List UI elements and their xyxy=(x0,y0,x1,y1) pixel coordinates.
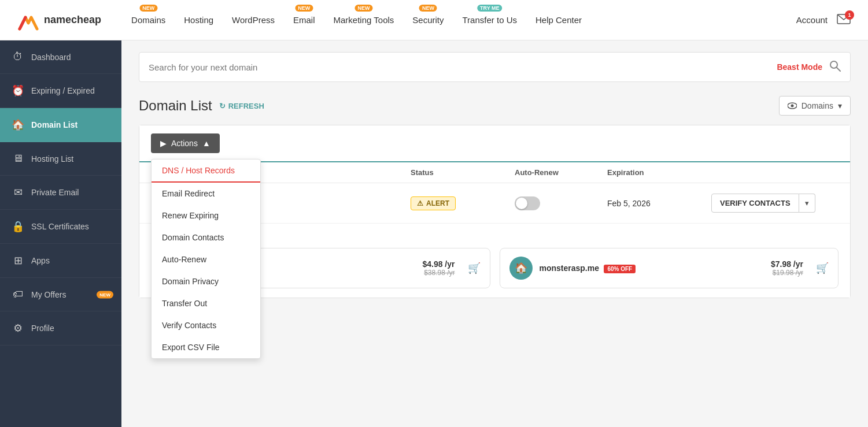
top-nav: namecheap NEW Domains Hosting WordPress … xyxy=(0,0,868,40)
nav-badge-domains: NEW xyxy=(139,5,157,12)
nav-transfer[interactable]: TRY ME Transfer to Us xyxy=(463,13,517,27)
alert-badge: ⚠ ALERT xyxy=(411,196,456,210)
search-icon xyxy=(829,60,841,72)
promo-name-monsterasp: monsterasp.me 60% OFF xyxy=(540,263,636,273)
nav-marketing[interactable]: NEW Marketing Tools xyxy=(334,13,394,27)
cart-button-weebly[interactable]: 🛒 xyxy=(468,262,481,274)
svg-point-2 xyxy=(830,61,837,68)
verify-contacts-button[interactable]: VERIFY CONTACTS xyxy=(711,194,799,213)
main-content: Beast Mode Domain List ↻ REFRESH xyxy=(121,40,868,427)
sidebar-item-hosting-list[interactable]: 🖥 Hosting List xyxy=(0,142,121,176)
sidebar-item-apps[interactable]: ⊞ Apps xyxy=(0,244,121,278)
verify-contacts-dropdown[interactable]: ▾ xyxy=(799,194,815,213)
nav-right: Account 1 xyxy=(796,14,851,27)
eye-icon xyxy=(788,102,797,109)
status-cell: ⚠ ALERT xyxy=(411,196,515,210)
domains-filter-button[interactable]: Domains ▾ xyxy=(779,96,851,116)
col-actions xyxy=(711,162,839,183)
logo[interactable]: namecheap xyxy=(17,9,101,31)
sidebar-item-dashboard[interactable]: ⏱ Dashboard xyxy=(0,40,121,74)
refresh-button[interactable]: ↻ REFRESH xyxy=(219,102,264,110)
domain-list-icon: 🏠 xyxy=(12,118,24,131)
warning-icon: ⚠ xyxy=(417,199,423,207)
promo-badge-monsterasp: 60% OFF xyxy=(604,265,636,273)
sidebar-item-my-offers[interactable]: 🏷 My Offers NEW xyxy=(0,278,121,311)
dropdown-renew-expiring[interactable]: Renew Expiring xyxy=(152,205,260,227)
offers-icon: 🏷 xyxy=(12,288,24,300)
logo-icon xyxy=(17,9,39,31)
nav-account[interactable]: Account xyxy=(796,15,828,25)
sidebar-item-domain-list[interactable]: 🏠 Domain List xyxy=(0,108,121,142)
actions-wrapper: ▶ Actions ▲ DNS / Host Records Email Red… xyxy=(151,133,220,153)
expiry-cell: Feb 5, 2026 xyxy=(607,198,711,209)
actions-dropdown: DNS / Host Records Email Redirect Renew … xyxy=(151,159,261,359)
play-icon: ▶ xyxy=(160,139,167,148)
beast-mode-label[interactable]: Beast Mode xyxy=(777,62,822,72)
search-input[interactable] xyxy=(149,62,777,72)
nav-email[interactable]: NEW Email xyxy=(293,13,315,27)
offers-badge: NEW xyxy=(97,291,113,298)
profile-icon: ⚙ xyxy=(12,322,24,335)
dropdown-auto-renew[interactable]: Auto-Renew xyxy=(152,248,260,270)
dropdown-export-csv[interactable]: Export CSV File xyxy=(152,336,260,358)
apps-icon: ⊞ xyxy=(12,254,24,267)
actions-button[interactable]: ▶ Actions ▲ xyxy=(151,133,220,153)
promo-price-weebly: $4.98 /yr $38.98 /yr xyxy=(422,259,455,277)
expiring-icon: ⏰ xyxy=(12,84,24,97)
nav-badge-email: NEW xyxy=(295,5,313,12)
sidebar-item-profile[interactable]: ⚙ Profile xyxy=(0,311,121,346)
table-header: ▶ Actions ▲ DNS / Host Records Email Red… xyxy=(139,125,850,162)
col-expiration: Expiration xyxy=(607,162,711,183)
dropdown-domain-privacy[interactable]: Domain Privacy xyxy=(152,270,260,292)
search-bar: Beast Mode xyxy=(139,52,851,82)
nav-hosting[interactable]: Hosting xyxy=(184,13,213,27)
logo-text: namecheap xyxy=(44,14,101,26)
nav-security[interactable]: NEW Security xyxy=(412,13,444,27)
domain-list-title: Domain List ↻ REFRESH xyxy=(139,98,264,114)
domain-list-header: Domain List ↻ REFRESH Domains ▾ xyxy=(139,96,851,116)
svg-line-3 xyxy=(837,68,840,71)
refresh-icon: ↻ xyxy=(219,102,226,110)
dropdown-email-redirect[interactable]: Email Redirect xyxy=(152,183,260,205)
dropdown-domain-contacts[interactable]: Domain Contacts xyxy=(152,227,260,248)
nav-domains[interactable]: NEW Domains xyxy=(131,13,165,27)
chevron-down-icon: ▾ xyxy=(838,101,842,110)
nav-help[interactable]: Help Center xyxy=(535,13,582,27)
domain-table: ▶ Actions ▲ DNS / Host Records Email Red… xyxy=(139,125,851,298)
main-layout: ⏱ Dashboard ⏰ Expiring / Expired 🏠 Domai… xyxy=(0,40,868,427)
dashboard-icon: ⏱ xyxy=(12,51,24,63)
chevron-down-icon: ▾ xyxy=(805,199,809,207)
col-autorenew: Auto-Renew xyxy=(515,162,607,183)
sidebar-item-ssl[interactable]: 🔒 SSL Certificates xyxy=(0,210,121,244)
ssl-icon: 🔒 xyxy=(12,220,24,233)
hosting-icon: 🖥 xyxy=(12,153,24,165)
dropdown-transfer-out[interactable]: Transfer Out xyxy=(152,292,260,314)
sidebar-item-expiring[interactable]: ⏰ Expiring / Expired xyxy=(0,74,121,108)
promo-price-monsterasp: $7.98 /yr $19.98 /yr xyxy=(771,259,803,277)
cart-button-monsterasp[interactable]: 🛒 xyxy=(816,262,829,274)
chevron-up-icon: ▲ xyxy=(202,139,210,148)
auto-renew-toggle[interactable] xyxy=(515,196,540,210)
sidebar-item-private-email[interactable]: ✉ Private Email xyxy=(0,176,121,210)
dropdown-verify-contacts[interactable]: Verify Contacts xyxy=(152,314,260,336)
col-status: Status xyxy=(411,162,515,183)
action-cell: VERIFY CONTACTS ▾ xyxy=(711,194,839,213)
auto-renew-cell[interactable] xyxy=(515,196,607,210)
nav-badge-security: NEW xyxy=(419,5,437,12)
nav-badge-marketing: NEW xyxy=(354,5,372,12)
dropdown-dns[interactable]: DNS / Host Records xyxy=(152,159,260,183)
nav-wordpress[interactable]: WordPress xyxy=(232,13,275,27)
email-icon: ✉ xyxy=(12,186,24,199)
promo-icon-monsterasp: 🏠 xyxy=(509,257,533,280)
svg-point-5 xyxy=(791,105,793,107)
nav-badge-transfer: TRY ME xyxy=(477,5,503,12)
search-button[interactable] xyxy=(829,60,841,75)
sidebar: ⏱ Dashboard ⏰ Expiring / Expired 🏠 Domai… xyxy=(0,40,121,427)
mail-icon-wrap[interactable]: 1 xyxy=(837,14,851,27)
notification-badge: 1 xyxy=(845,10,854,20)
promo-card-monsterasp: 🏠 monsterasp.me 60% OFF $7.98 /yr $19.98… xyxy=(500,248,839,288)
